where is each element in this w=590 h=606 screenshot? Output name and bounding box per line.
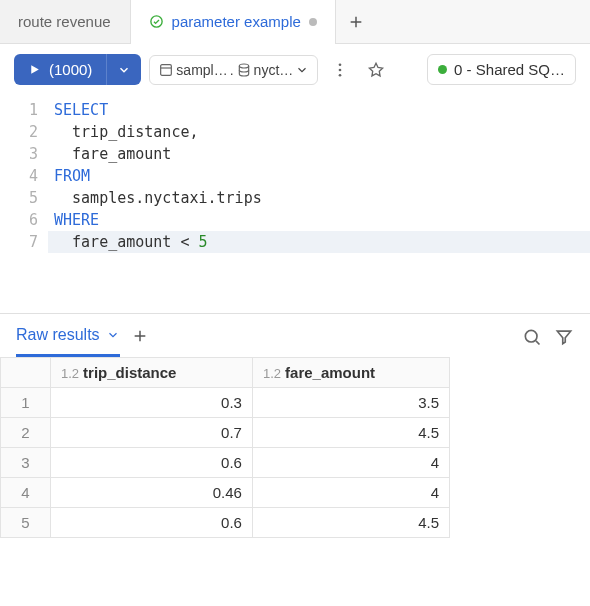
star-button[interactable] <box>362 56 390 84</box>
filter-icon <box>554 327 574 347</box>
column-name: fare_amount <box>285 364 375 381</box>
plus-icon <box>132 328 148 344</box>
code-line[interactable]: WHERE <box>48 209 590 231</box>
code-line[interactable]: fare_amount <box>48 143 590 165</box>
line-number: 5 <box>0 187 38 209</box>
svg-point-3 <box>339 63 342 66</box>
cluster-label: 0 - Shared SQ… <box>454 61 565 78</box>
run-dropdown-button[interactable] <box>106 54 141 85</box>
results-bar: Raw results <box>0 314 590 357</box>
line-number: 6 <box>0 209 38 231</box>
cell[interactable]: 4.5 <box>252 418 449 448</box>
line-number: 7 <box>0 231 38 253</box>
catalog-icon <box>158 62 174 78</box>
kebab-icon <box>331 61 349 79</box>
row-number: 2 <box>1 418 51 448</box>
tab-route-revenue[interactable]: route revenue <box>0 0 130 43</box>
status-dot-icon <box>438 65 447 74</box>
cell[interactable]: 4 <box>252 478 449 508</box>
run-button-group: (1000) <box>14 54 141 85</box>
run-limit-label: (1000) <box>49 61 92 78</box>
svg-point-6 <box>525 330 537 342</box>
type-label: 1.2 <box>61 366 79 381</box>
cell[interactable]: 0.6 <box>51 508 253 538</box>
cell[interactable]: 4.5 <box>252 508 449 538</box>
tab-parameter-example[interactable]: parameter example <box>130 0 336 43</box>
star-icon <box>367 61 385 79</box>
svg-rect-1 <box>161 64 172 75</box>
type-label: 1.2 <box>263 366 281 381</box>
search-results-button[interactable] <box>522 327 542 356</box>
table-row[interactable]: 10.33.5 <box>1 388 450 418</box>
results-body: 10.33.520.74.530.6440.46450.64.5 <box>1 388 450 538</box>
row-number: 4 <box>1 478 51 508</box>
chevron-down-icon <box>106 328 120 342</box>
cell[interactable]: 0.6 <box>51 448 253 478</box>
code-line[interactable]: SELECT <box>48 99 590 121</box>
cell[interactable]: 3.5 <box>252 388 449 418</box>
play-icon <box>28 63 41 76</box>
search-icon <box>522 327 542 347</box>
results-table: 1.2trip_distance 1.2fare_amount 10.33.52… <box>0 357 450 538</box>
sql-editor[interactable]: 1234567 SELECT trip_distance, fare_amoun… <box>0 95 590 263</box>
table-row[interactable]: 40.464 <box>1 478 450 508</box>
new-tab-button[interactable] <box>336 0 376 43</box>
filter-results-button[interactable] <box>554 327 574 356</box>
editor-toolbar: (1000) sampl… . nyct… 0 - Shared SQ… <box>0 44 590 95</box>
line-number: 3 <box>0 143 38 165</box>
kebab-menu-button[interactable] <box>326 56 354 84</box>
tab-label: route revenue <box>18 13 111 30</box>
row-number: 5 <box>1 508 51 538</box>
table-row[interactable]: 20.74.5 <box>1 418 450 448</box>
cell[interactable]: 4 <box>252 448 449 478</box>
catalog-label: sampl… <box>176 62 227 78</box>
cell[interactable]: 0.7 <box>51 418 253 448</box>
svg-point-5 <box>339 73 342 76</box>
check-circle-icon <box>149 14 164 29</box>
results-tab-raw[interactable]: Raw results <box>16 326 120 357</box>
svg-point-4 <box>339 68 342 71</box>
code-line[interactable]: FROM <box>48 165 590 187</box>
database-icon <box>236 62 252 78</box>
run-button[interactable]: (1000) <box>14 54 106 85</box>
code-line[interactable]: samples.nyctaxi.trips <box>48 187 590 209</box>
tab-label: parameter example <box>172 13 301 30</box>
schema-label: nyct… <box>254 62 294 78</box>
tab-bar: route revenue parameter example <box>0 0 590 44</box>
table-corner <box>1 358 51 388</box>
chevron-down-icon <box>117 63 131 77</box>
cell[interactable]: 0.3 <box>51 388 253 418</box>
code-area[interactable]: SELECT trip_distance, fare_amountFROM sa… <box>48 99 590 253</box>
line-number: 1 <box>0 99 38 121</box>
chevron-down-icon <box>295 63 309 77</box>
code-line[interactable]: trip_distance, <box>48 121 590 143</box>
cluster-selector[interactable]: 0 - Shared SQ… <box>427 54 576 85</box>
line-gutter: 1234567 <box>0 99 48 253</box>
column-header-fare-amount[interactable]: 1.2fare_amount <box>252 358 449 388</box>
table-row[interactable]: 50.64.5 <box>1 508 450 538</box>
cell[interactable]: 0.46 <box>51 478 253 508</box>
column-header-trip-distance[interactable]: 1.2trip_distance <box>51 358 253 388</box>
svg-point-2 <box>239 64 248 68</box>
results-tab-label: Raw results <box>16 326 100 344</box>
unsaved-dot-icon <box>309 18 317 26</box>
line-number: 4 <box>0 165 38 187</box>
column-name: trip_distance <box>83 364 176 381</box>
row-number: 1 <box>1 388 51 418</box>
schema-separator: . <box>230 62 234 78</box>
row-number: 3 <box>1 448 51 478</box>
schema-selector[interactable]: sampl… . nyct… <box>149 55 318 85</box>
code-line[interactable]: fare_amount < 5 <box>48 231 590 253</box>
add-visualization-button[interactable] <box>132 326 148 357</box>
line-number: 2 <box>0 121 38 143</box>
table-row[interactable]: 30.64 <box>1 448 450 478</box>
